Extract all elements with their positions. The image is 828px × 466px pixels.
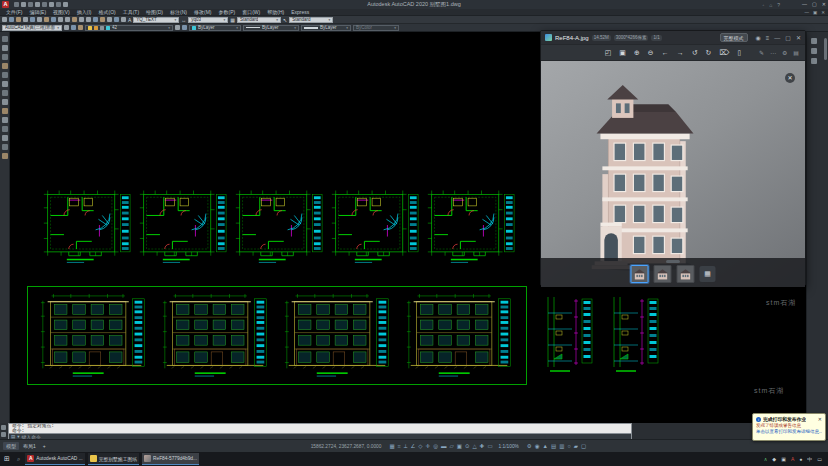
image-thumbnail[interactable] (677, 265, 695, 283)
status-right-icon[interactable]: ○ (567, 440, 570, 452)
draw-tool-icon[interactable] (2, 126, 8, 132)
toolbar-icon[interactable] (51, 17, 56, 22)
tray-icon[interactable]: ▭ (817, 452, 822, 466)
status-toggle-icon[interactable]: ▦ (389, 440, 394, 452)
menu-item[interactable]: 工具(T) (123, 9, 139, 15)
toolbar-icon[interactable] (44, 17, 49, 22)
toolbar-icon[interactable] (72, 17, 77, 22)
tray-icon[interactable]: 中 (807, 452, 812, 466)
menu-item[interactable]: 绘图(D) (146, 9, 163, 15)
status-right-icon[interactable]: ◉ (535, 440, 540, 452)
annotation-scale[interactable]: 1:1/100% (499, 444, 519, 449)
full-mode-button[interactable]: 完整模式 (720, 33, 748, 42)
tray-icon[interactable]: ◆ (772, 452, 776, 466)
menu-item[interactable]: 编辑(E) (29, 9, 46, 15)
qat-icon[interactable] (56, 2, 61, 7)
draw-tool-icon[interactable] (2, 72, 8, 78)
image-thumbnail[interactable] (654, 265, 672, 283)
app-logo-icon[interactable]: A (2, 1, 9, 8)
elevation-drawing[interactable] (404, 291, 516, 380)
menu-item[interactable]: 格式(O) (98, 9, 115, 15)
menu-item[interactable]: 标注(N) (170, 9, 187, 15)
floor-plan-drawing[interactable] (136, 186, 228, 266)
start-button[interactable]: ⊞ (2, 452, 12, 466)
window-control-button[interactable]: ✕ (822, 0, 826, 9)
toolbar-icon[interactable] (93, 17, 98, 22)
toolbar-icon[interactable] (58, 17, 63, 22)
draw-tool-icon[interactable] (2, 135, 8, 141)
doc-control-button[interactable]: — (804, 10, 809, 16)
tray-icon[interactable]: A (791, 452, 794, 466)
section-drawing[interactable] (604, 291, 662, 377)
status-toggle-icon[interactable]: ∠ (410, 440, 415, 452)
dock-icon[interactable] (811, 38, 817, 44)
viewer-tool-icon[interactable]: ▤ (793, 46, 799, 60)
status-toggle-icon[interactable]: ✚ (480, 440, 485, 452)
layer-freeze-icon[interactable] (94, 26, 98, 30)
draw-tool-icon[interactable] (2, 144, 8, 150)
lineweight-dropdown[interactable]: ByLayer ▾ (301, 25, 351, 31)
tray-icon[interactable]: ∧ (764, 452, 768, 466)
status-toggle-icon[interactable]: ▣ (457, 440, 462, 452)
tray-icon[interactable]: ▣ (781, 452, 786, 466)
taskbar-search-icon[interactable]: ⌕ (15, 452, 22, 466)
qat-icon[interactable] (14, 2, 19, 7)
viewer-tool-icon[interactable]: ⊕ (634, 46, 640, 60)
image-close-button[interactable]: ✕ (785, 73, 795, 83)
scrollbar-thumb[interactable] (824, 38, 827, 60)
qat-icon[interactable] (42, 2, 47, 7)
infocenter-icon[interactable]: ◦ (762, 2, 764, 8)
floor-plan-drawing[interactable] (40, 186, 132, 266)
taskbar-item[interactable]: Autodesk AutoCAD ... (25, 453, 84, 465)
toolbar-icon[interactable] (71, 25, 76, 30)
viewer-titlebar-icon[interactable]: ◉ (756, 32, 761, 44)
qat-icon[interactable] (21, 2, 26, 7)
dim-style-dropdown[interactable]: yq03▾ (188, 17, 228, 23)
status-toggle-icon[interactable]: △ (473, 440, 477, 452)
layout-tab[interactable]: + (40, 442, 49, 450)
draw-tool-icon[interactable] (2, 81, 8, 87)
toolbar-icon[interactable] (9, 17, 14, 22)
menu-item[interactable]: 视图(V) (53, 9, 70, 15)
workspace-dropdown[interactable]: AutoCAD 经典(二维)界面▾ (2, 25, 62, 31)
draw-tool-icon[interactable] (2, 90, 8, 96)
status-toggle-icon[interactable]: ◎ (433, 440, 438, 452)
status-right-icon[interactable]: ▢ (581, 440, 586, 452)
viewer-tool-icon[interactable]: ▯ (737, 46, 741, 60)
viewer-tool-icon[interactable]: ▣ (619, 46, 626, 60)
viewer-titlebar-icon[interactable]: ▢ (785, 32, 791, 44)
menu-item[interactable]: 窗口(W) (242, 9, 260, 15)
doc-control-button[interactable]: ▣ (813, 10, 817, 16)
tray-icon[interactable]: ● (799, 452, 802, 466)
layer-dropdown[interactable]: 42 ▾ (85, 25, 173, 31)
table-style-dropdown[interactable]: Standard▾ (237, 17, 281, 23)
toolbar-icon[interactable] (16, 17, 21, 22)
viewer-tool-icon[interactable]: ✎ (759, 46, 764, 60)
toolbar-icon[interactable] (86, 17, 91, 22)
infocenter-icon[interactable]: ⌂ (769, 2, 772, 8)
viewer-titlebar-icon[interactable]: — (774, 32, 780, 44)
toolbar-icon[interactable] (23, 17, 28, 22)
menu-item[interactable]: 参数(P) (219, 9, 236, 15)
status-right-icon[interactable]: ▰ (574, 440, 578, 452)
draw-tool-icon[interactable] (2, 36, 8, 42)
toolbar-icon[interactable] (100, 17, 105, 22)
elevation-drawing[interactable] (38, 291, 150, 380)
toolbar-icon[interactable] (2, 17, 7, 22)
status-right-icon[interactable]: ▲ (543, 440, 548, 452)
toolbar-icon[interactable] (121, 17, 126, 22)
command-window[interactable]: 命令: 指定对角点: 命令: ▤ ▾ 键入命令 (8, 423, 632, 439)
menu-item[interactable]: Express (291, 9, 309, 15)
image-view-area[interactable]: ✕ (541, 61, 805, 287)
draw-tool-icon[interactable] (2, 63, 8, 69)
toolbar-icon[interactable] (78, 25, 83, 30)
draw-tool-icon[interactable] (2, 153, 8, 159)
elevation-drawing[interactable] (160, 291, 272, 380)
viewer-tool-icon[interactable]: ↻ (706, 46, 712, 60)
status-toggle-icon[interactable]: ⌗ (398, 440, 401, 452)
floor-plan-drawing[interactable] (328, 186, 420, 266)
layer-lock-icon[interactable] (100, 26, 104, 30)
strip-handle[interactable] (666, 260, 680, 263)
mleader-style-dropdown[interactable]: Standard▾ (289, 17, 333, 23)
floor-plan-drawing[interactable] (424, 186, 516, 266)
